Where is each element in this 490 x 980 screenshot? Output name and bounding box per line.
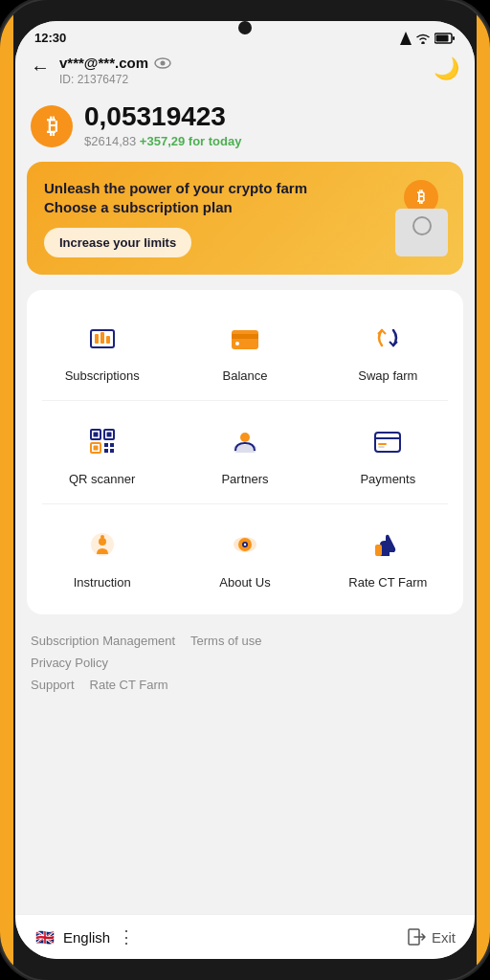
rate-ct-farm-icon (365, 522, 411, 568)
svg-rect-22 (110, 449, 114, 453)
battery-icon (434, 33, 456, 44)
instruction-icon (79, 522, 125, 568)
promo-banner: Unleash the power of your crypto farmCho… (27, 162, 463, 275)
language-selector[interactable]: 🇬🇧 English ⋮ (34, 926, 135, 947)
balance-label: Balance (223, 368, 268, 383)
menu-item-swap-farm[interactable]: Swap farm (317, 305, 458, 392)
banner-title: Unleash the power of your crypto farmCho… (44, 179, 362, 216)
svg-rect-20 (110, 443, 114, 447)
swap-farm-icon (365, 315, 411, 361)
menu-item-subscriptions[interactable]: Subscriptions (32, 305, 173, 392)
svg-point-31 (100, 535, 104, 539)
svg-rect-9 (106, 336, 110, 344)
support-link[interactable]: Support (31, 678, 75, 692)
menu-item-about-us[interactable]: About Us (174, 512, 316, 599)
camera-notch (238, 21, 252, 34)
rate-ct-farm-label: Rate CT Farm (348, 575, 427, 590)
footer-links: Subscription Management Terms of use Pri… (15, 622, 475, 705)
btc-icon: ₿ (31, 105, 73, 147)
svg-rect-36 (375, 545, 382, 556)
svg-rect-11 (232, 334, 258, 339)
language-dots[interactable]: ⋮ (118, 926, 135, 947)
phone-screen: 12:30 ← (15, 21, 475, 959)
svg-rect-7 (95, 334, 99, 344)
svg-point-30 (99, 538, 106, 546)
back-button[interactable]: ← (31, 56, 50, 78)
qr-scanner-icon (79, 418, 125, 464)
balance-details: 0,05319423 $2614,83 +357,29 for today (84, 103, 241, 148)
footer-row-1: Subscription Management Terms of use (31, 634, 459, 648)
flag-icon: 🇬🇧 (34, 926, 56, 947)
subscription-management-link[interactable]: Subscription Management (31, 634, 175, 648)
menu-item-instruction[interactable]: Instruction (32, 512, 173, 599)
banner-cta-button[interactable]: Increase your limits (44, 228, 191, 257)
eye-icon[interactable] (154, 56, 171, 70)
instruction-label: Instruction (74, 575, 131, 590)
menu-item-qr-scanner[interactable]: QR scanner (32, 409, 173, 496)
svg-rect-8 (100, 332, 104, 344)
exit-button[interactable]: Exit (407, 928, 456, 946)
balance-amount: 0,05319423 (84, 103, 241, 130)
grid-row-3: Instruction About Us (27, 504, 463, 607)
svg-rect-10 (232, 330, 258, 349)
svg-rect-17 (106, 433, 111, 437)
status-icons (400, 32, 456, 45)
signal-icon (400, 32, 412, 45)
svg-rect-19 (104, 443, 108, 447)
svg-rect-16 (93, 433, 98, 437)
svg-rect-3 (453, 36, 455, 40)
account-id: ID: 21376472 (59, 73, 171, 86)
account-info: v***@***.com ID: 21376472 (59, 55, 171, 86)
menu-grid: Subscriptions Balance (27, 290, 463, 614)
svg-point-35 (244, 544, 246, 546)
status-time: 12:30 (34, 31, 66, 45)
svg-rect-24 (234, 445, 256, 453)
account-email: v***@***.com (59, 55, 171, 71)
banner-illustration: ₿ (362, 180, 448, 256)
balance-icon (222, 315, 268, 361)
svg-point-5 (161, 60, 166, 65)
menu-item-payments[interactable]: Payments (317, 409, 458, 496)
footer-row-3: Support Rate CT Farm (31, 678, 459, 692)
svg-marker-0 (400, 32, 412, 45)
rate-ct-farm-footer-link[interactable]: Rate CT Farm (90, 678, 168, 692)
balance-usd: $2614,83 +357,29 for today (84, 134, 241, 148)
qr-scanner-label: QR scanner (69, 472, 135, 486)
exit-icon (407, 928, 426, 946)
balance-section: ₿ 0,05319423 $2614,83 +357,29 for today (15, 96, 475, 162)
privacy-policy-link[interactable]: Privacy Policy (31, 656, 108, 670)
svg-point-23 (240, 433, 250, 442)
payments-icon (365, 418, 411, 464)
svg-rect-18 (93, 446, 98, 451)
bottom-bar: 🇬🇧 English ⋮ Exit (15, 914, 475, 959)
menu-item-balance[interactable]: Balance (174, 305, 316, 392)
balance-change: +357,29 for today (140, 134, 242, 148)
grid-row-1: Subscriptions Balance (27, 298, 463, 400)
phone-frame: 12:30 ← (0, 0, 490, 980)
svg-point-12 (235, 342, 239, 345)
about-us-icon (222, 522, 268, 568)
exit-label: Exit (432, 929, 456, 946)
payments-label: Payments (360, 472, 415, 486)
terms-of-use-link[interactable]: Terms of use (190, 634, 261, 648)
svg-rect-25 (375, 433, 400, 452)
menu-item-rate-ct-farm[interactable]: Rate CT Farm (317, 512, 458, 599)
theme-toggle-button[interactable]: 🌙 (434, 56, 459, 81)
language-label: English (63, 929, 110, 946)
subscriptions-icon (79, 315, 125, 361)
wifi-icon (415, 33, 431, 44)
safe-icon (395, 209, 448, 256)
svg-rect-2 (436, 34, 449, 41)
footer-row-2: Privacy Policy (31, 656, 459, 670)
header: ← v***@***.com ID: 21376472 🌙 (15, 49, 475, 96)
partners-icon (222, 418, 268, 464)
svg-rect-21 (104, 449, 108, 453)
banner-text: Unleash the power of your crypto farmCho… (44, 179, 362, 257)
menu-item-partners[interactable]: Partners (174, 409, 316, 496)
swap-farm-label: Swap farm (358, 368, 417, 383)
partners-label: Partners (221, 472, 268, 486)
subscriptions-label: Subscriptions (65, 368, 140, 383)
about-us-label: About Us (219, 575, 270, 590)
grid-row-2: QR scanner Partners (27, 401, 463, 503)
